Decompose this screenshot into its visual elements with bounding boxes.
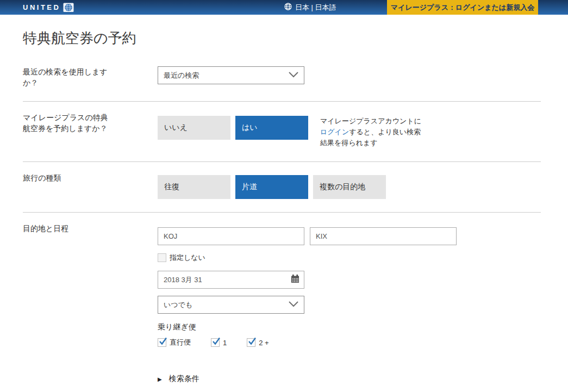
globe-icon xyxy=(284,3,292,12)
trip-type-row: 旅行の種類 往復 片道 複数の目的地 xyxy=(23,161,541,212)
language-selector-label: 日本 | 日本語 xyxy=(295,3,336,13)
checkmark-icon xyxy=(247,338,255,347)
page-title: 特典航空券の予約 xyxy=(23,30,541,46)
award-booking-row: マイレージプラスの特典航空券を予約しますか？ いいえ はい マイレージプラスアカ… xyxy=(23,101,541,161)
login-link[interactable]: ログイン xyxy=(320,128,349,136)
award-booking-form: 特典航空券の予約 最近の検索を使用しますか？ 最近の検索 マイレージプラスの特典… xyxy=(23,15,541,392)
trip-type-label: 旅行の種類 xyxy=(23,172,61,183)
chevron-down-icon xyxy=(289,301,298,309)
top-navigation-bar: UNITED 日 xyxy=(0,0,568,15)
search-options-expander[interactable]: ▶ 検索条件 xyxy=(158,374,541,384)
mileageplus-login-button[interactable]: マイレージプラス：ログインまたは新規入会 xyxy=(387,0,538,15)
calendar-icon[interactable] xyxy=(290,274,300,285)
checkmark-icon xyxy=(158,338,166,347)
united-globe-logo-icon xyxy=(63,3,74,13)
origin-input[interactable] xyxy=(158,227,304,245)
nonstop-checkbox[interactable]: 直行便 xyxy=(158,338,191,347)
united-wordmark: UNITED xyxy=(23,3,60,11)
recent-search-select[interactable]: 最近の検索 xyxy=(158,66,304,84)
departure-date-field[interactable]: 2018 3月 31 xyxy=(158,271,304,289)
language-selector[interactable]: 日本 | 日本語 xyxy=(284,0,336,15)
connections-label: 乗り継ぎ便 xyxy=(158,322,541,332)
destination-input[interactable] xyxy=(310,227,457,245)
recent-search-select-value: 最近の検索 xyxy=(164,71,199,80)
trip-type-multicity-button[interactable]: 複数の目的地 xyxy=(313,175,386,199)
search-options-label: 検索条件 xyxy=(169,374,199,384)
one-stop-checkbox[interactable]: 1 xyxy=(211,338,227,347)
nonstop-checkbox-label: 直行便 xyxy=(170,338,191,347)
time-select-value: いつでも xyxy=(164,300,192,310)
recent-search-row: 最近の検索を使用しますか？ 最近の検索 xyxy=(23,66,541,101)
trip-type-roundtrip-button[interactable]: 往復 xyxy=(158,175,230,199)
trip-type-oneway-button[interactable]: 片道 xyxy=(235,175,308,199)
two-plus-stops-checkbox-label: 2 + xyxy=(259,339,269,347)
chevron-down-icon xyxy=(289,71,298,79)
recent-search-label: 最近の検索を使用しますか？ xyxy=(23,66,111,88)
one-stop-checkbox-label: 1 xyxy=(223,339,227,347)
time-select[interactable]: いつでも xyxy=(158,296,304,314)
checkbox-unchecked-icon xyxy=(158,253,166,262)
no-date-checkbox-label: 指定しない xyxy=(170,253,205,263)
no-date-checkbox[interactable]: 指定しない xyxy=(158,253,205,263)
award-booking-yes-button[interactable]: はい xyxy=(235,116,308,140)
departure-date-value: 2018 3月 31 xyxy=(164,275,202,285)
two-plus-stops-checkbox[interactable]: 2 + xyxy=(247,338,269,347)
triangle-right-icon: ▶ xyxy=(158,376,162,382)
login-help-text: マイレージプラスアカウントにログインすると、より良い検索結果を得られます xyxy=(320,116,427,148)
award-booking-label: マイレージプラスの特典航空券を予約しますか？ xyxy=(23,112,111,134)
destination-dates-label: 目的地と日程 xyxy=(23,223,68,234)
united-logo[interactable]: UNITED xyxy=(23,0,74,15)
award-booking-no-button[interactable]: いいえ xyxy=(158,116,230,140)
destination-dates-row: 目的地と日程 指定しない 2018 3月 31 xyxy=(23,212,541,392)
checkmark-icon xyxy=(211,338,220,347)
